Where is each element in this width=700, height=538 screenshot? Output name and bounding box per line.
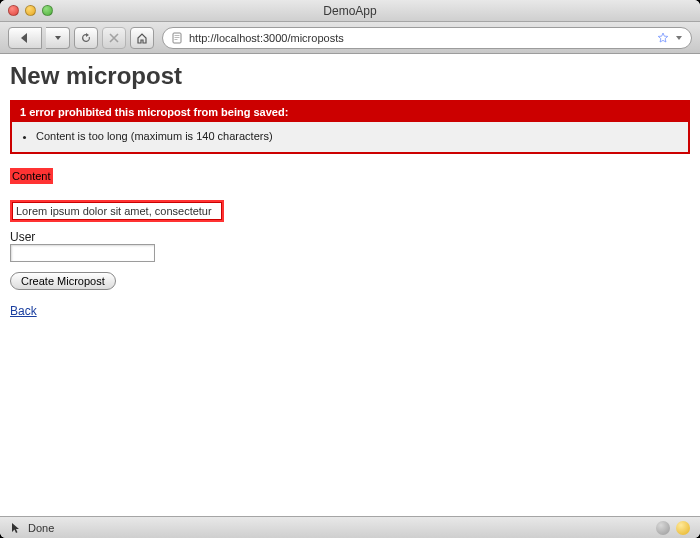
field-with-errors: Content (10, 168, 53, 184)
svg-rect-2 (175, 37, 180, 38)
page-content: New micropost 1 error prohibited this mi… (0, 54, 700, 516)
status-text: Done (28, 522, 54, 534)
error-explanation: 1 error prohibited this micropost from b… (10, 100, 690, 154)
error-item: Content is too long (maximum is 140 char… (36, 130, 680, 142)
home-icon (136, 32, 148, 44)
content-label: Content (12, 170, 51, 182)
back-button[interactable] (8, 27, 42, 49)
svg-rect-1 (175, 35, 180, 36)
chevron-down-icon (54, 34, 62, 42)
window-title: DemoApp (0, 4, 700, 18)
reload-icon (80, 32, 92, 44)
chevron-down-icon[interactable] (675, 34, 683, 42)
url-input[interactable] (189, 32, 651, 44)
status-bar: Done (0, 516, 700, 538)
content-input[interactable] (12, 202, 222, 220)
status-dot-icon[interactable] (676, 521, 690, 535)
browser-toolbar (0, 22, 700, 54)
error-list: Content is too long (maximum is 140 char… (12, 122, 688, 152)
stop-button[interactable] (102, 27, 126, 49)
triangle-left-icon (19, 32, 31, 44)
browser-window: DemoApp New micropost 1 error prohibited… (0, 0, 700, 538)
history-menu-button[interactable] (46, 27, 70, 49)
titlebar: DemoApp (0, 0, 700, 22)
home-button[interactable] (130, 27, 154, 49)
url-bar[interactable] (162, 27, 692, 49)
content-label-row: Content (10, 168, 690, 184)
user-input[interactable] (10, 244, 155, 262)
status-dot-icon[interactable] (656, 521, 670, 535)
content-input-row (10, 200, 690, 222)
create-micropost-button[interactable]: Create Micropost (10, 272, 116, 290)
page-icon (171, 32, 183, 44)
field-with-errors (10, 200, 224, 222)
x-icon (109, 33, 119, 43)
back-link[interactable]: Back (10, 304, 37, 318)
pointer-icon (10, 522, 22, 534)
svg-rect-3 (175, 39, 178, 40)
page-title: New micropost (10, 62, 690, 90)
reload-button[interactable] (74, 27, 98, 49)
error-header: 1 error prohibited this micropost from b… (12, 102, 688, 122)
bookmark-star-icon[interactable] (657, 32, 669, 44)
user-label: User (10, 230, 690, 244)
